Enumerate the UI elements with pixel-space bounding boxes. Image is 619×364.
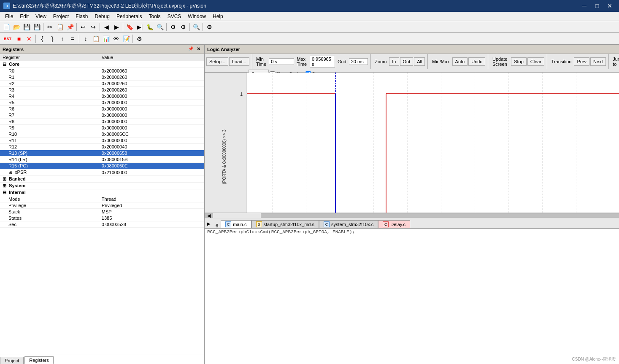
table-row reg-row-selected[interactable]: R13 (SP)0x20000658 bbox=[0, 150, 204, 156]
registers-tab[interactable]: Registers bbox=[24, 356, 53, 364]
save-all-button[interactable]: 💾 bbox=[32, 22, 41, 32]
show-regs-button[interactable]: 📝 bbox=[122, 34, 131, 43]
step-over-button[interactable]: } bbox=[48, 34, 57, 43]
table-row[interactable]: States1385 bbox=[0, 215, 204, 221]
project-tab[interactable]: Project bbox=[0, 357, 24, 364]
close-button[interactable]: ✕ bbox=[604, 2, 616, 10]
auto-button[interactable]: Auto bbox=[452, 57, 468, 66]
show-mem-button[interactable]: 📋 bbox=[91, 34, 100, 43]
minimize-button[interactable]: ─ bbox=[578, 2, 590, 10]
table-row[interactable]: ⊟ Internal bbox=[0, 189, 204, 196]
bookmark-button[interactable]: 🔖 bbox=[125, 22, 134, 32]
menu-view[interactable]: View bbox=[32, 12, 50, 21]
menu-project[interactable]: Project bbox=[50, 12, 72, 21]
table-row[interactable]: Sec0.00003528 bbox=[0, 221, 204, 228]
open-button[interactable]: 📂 bbox=[12, 22, 21, 32]
table-row[interactable]: R110x00000000 bbox=[0, 138, 204, 144]
show-stack-button[interactable]: 📊 bbox=[101, 34, 111, 43]
nav-back-button[interactable]: ◀ bbox=[102, 22, 111, 32]
logic-scrollbar[interactable]: ◀ ▶ ▶| bbox=[205, 213, 619, 218]
table-row[interactable]: ⊞ xPSR0x21000000 bbox=[0, 169, 204, 176]
table-row reg-row-selected[interactable]: R15 (PC)0x0800050E bbox=[0, 163, 204, 169]
zoom-in-button[interactable]: In bbox=[389, 57, 399, 66]
scroll-track[interactable] bbox=[213, 213, 619, 218]
scroll-thumb[interactable] bbox=[261, 213, 619, 218]
registers-table: Register Value ⊟ Core R00x20000060 R10x2… bbox=[0, 54, 204, 228]
menu-help[interactable]: Help bbox=[209, 12, 227, 21]
table-row[interactable]: R100x080005CC bbox=[0, 131, 204, 138]
tab-system-c[interactable]: C system_stm32f10x.c bbox=[319, 220, 378, 228]
menu-tools[interactable]: Tools bbox=[146, 12, 164, 21]
tab-delay-c[interactable]: C Delay.c bbox=[378, 220, 410, 228]
nav-forward-button[interactable]: ▶ bbox=[112, 22, 121, 32]
scroll-left-button[interactable]: ◀ bbox=[205, 213, 213, 218]
menu-flash[interactable]: Flash bbox=[72, 12, 91, 21]
undo-button[interactable]: ↩ bbox=[78, 22, 88, 32]
pin-button[interactable]: 📌 bbox=[187, 46, 195, 52]
menu-edit[interactable]: Edit bbox=[16, 12, 32, 21]
run-to-cursor-button[interactable]: = bbox=[68, 34, 77, 43]
menu-peripherals[interactable]: Peripherals bbox=[113, 12, 146, 21]
table-row[interactable]: R00x20000060 bbox=[0, 68, 204, 74]
step-into-button[interactable]: { bbox=[38, 34, 47, 43]
table-row[interactable]: R10x20000260 bbox=[0, 74, 204, 81]
stop-button[interactable]: ✕ bbox=[24, 34, 34, 43]
table-row[interactable]: R40x00000000 bbox=[0, 93, 204, 100]
table-row[interactable]: R14 (LR)0x0800015B bbox=[0, 156, 204, 163]
table-row[interactable]: R80x00000000 bbox=[0, 119, 204, 125]
maximize-button[interactable]: □ bbox=[591, 2, 603, 10]
table-row[interactable]: PrivilegePrivileged bbox=[0, 202, 204, 209]
undo-button[interactable]: Undo bbox=[468, 57, 485, 66]
table-row[interactable]: R30x20000260 bbox=[0, 87, 204, 93]
close-panel-button[interactable]: ✕ bbox=[195, 46, 202, 52]
table-row[interactable]: R20x20000260 bbox=[0, 81, 204, 87]
menu-svcs[interactable]: SVCS bbox=[164, 12, 185, 21]
table-row[interactable]: R90x00000000 bbox=[0, 125, 204, 131]
debug-icon[interactable]: ▶ bbox=[205, 220, 213, 228]
table-row[interactable]: R70x00000000 bbox=[0, 112, 204, 119]
zoom-out-button[interactable]: Out bbox=[400, 57, 414, 66]
new-file-button[interactable]: 📄 bbox=[2, 22, 11, 32]
rst-button[interactable]: RST bbox=[2, 34, 14, 43]
table-row[interactable]: R120x20000040 bbox=[0, 144, 204, 150]
load-button[interactable]: Load... bbox=[229, 57, 249, 66]
run-to-button[interactable]: ▶| bbox=[135, 22, 144, 32]
debug-button[interactable]: 🐛 bbox=[145, 22, 154, 32]
menu-debug[interactable]: Debug bbox=[92, 12, 113, 21]
copy-button[interactable]: 📋 bbox=[55, 22, 65, 32]
stop-button[interactable]: Stop bbox=[511, 57, 527, 66]
table-row[interactable]: ⊟ Core bbox=[0, 61, 204, 68]
tab-main-c[interactable]: C main.c bbox=[221, 220, 251, 228]
tab-label-system: system_stm32f10x.c bbox=[331, 222, 373, 227]
find-button[interactable]: 🔍 bbox=[155, 22, 165, 32]
prev-button[interactable]: Prev bbox=[574, 57, 589, 66]
setup-button[interactable]: Setup... bbox=[206, 57, 228, 66]
build-button[interactable]: ⚙ bbox=[168, 22, 178, 32]
rebuild-button[interactable]: ⚙ bbox=[178, 22, 188, 32]
menu-file[interactable]: File bbox=[2, 12, 16, 21]
table-row[interactable]: StackMSP bbox=[0, 209, 204, 215]
show-watch-button[interactable]: 👁 bbox=[111, 34, 121, 43]
settings-button[interactable]: ⚙ bbox=[135, 34, 144, 43]
save-button[interactable]: 💾 bbox=[22, 22, 31, 32]
target-options[interactable]: ⚙ bbox=[205, 22, 214, 32]
table-row[interactable]: ⊞ Banked bbox=[0, 176, 204, 183]
menu-window[interactable]: Window bbox=[184, 12, 209, 21]
tab-startup-s[interactable]: S startup_stm32f10x_md.s bbox=[251, 220, 319, 228]
table-row[interactable]: ModeThread bbox=[0, 196, 204, 202]
cut-button[interactable]: ✂ bbox=[45, 22, 54, 32]
grid-label: Grid bbox=[336, 59, 348, 64]
zoom-all-button[interactable]: All bbox=[414, 57, 425, 66]
clear-button[interactable]: Clear bbox=[527, 57, 544, 66]
search-button[interactable]: 🔍 bbox=[192, 22, 201, 32]
table-row[interactable]: R60x00000000 bbox=[0, 106, 204, 112]
paste-button[interactable]: 📌 bbox=[65, 22, 75, 32]
step-out-button[interactable]: ↑ bbox=[58, 34, 67, 43]
show-disasm-button[interactable]: ↕ bbox=[81, 34, 90, 43]
table-row[interactable]: ⊞ System bbox=[0, 183, 204, 189]
run-button[interactable]: ■ bbox=[14, 34, 24, 43]
registers-table-container: Register Value ⊟ Core R00x20000060 R10x2… bbox=[0, 54, 204, 354]
redo-button[interactable]: ↪ bbox=[89, 22, 98, 32]
table-row[interactable]: R50x20000000 bbox=[0, 100, 204, 106]
next-button[interactable]: Next bbox=[590, 57, 606, 66]
